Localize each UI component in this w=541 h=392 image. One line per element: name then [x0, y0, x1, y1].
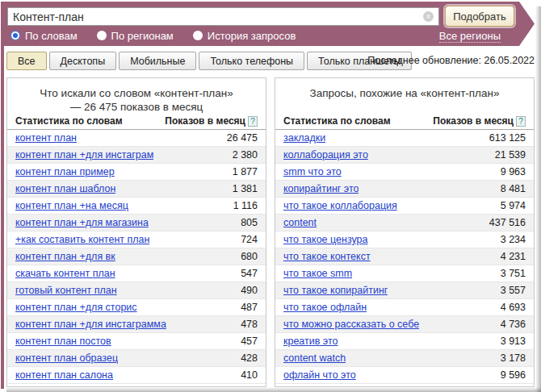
impressions-value: 1 116 — [233, 200, 258, 211]
table-row: закладки613 125 — [275, 130, 534, 147]
impressions-value: 680 — [241, 251, 258, 262]
keyword-link[interactable]: контент план салона — [15, 369, 113, 381]
search-field-wrap: × — [7, 7, 439, 26]
impressions-value: 3 913 — [501, 336, 526, 347]
table-row: контент план салона410 — [7, 367, 266, 384]
table-row: коллаборация это21 539 — [275, 147, 534, 164]
keyword-link[interactable]: офлайн что это — [283, 369, 356, 381]
last-update-text: Последнее обновление: 26.05.2022 — [367, 55, 535, 66]
tab-mobile[interactable]: Мобильные — [119, 52, 196, 70]
panel-title: Запросы, похожие на «контент-план» — [283, 78, 526, 113]
table-row: +как составить контент план724 — [7, 231, 266, 248]
radio-by-words[interactable]: По словам — [10, 30, 78, 42]
keyword-link[interactable]: коллаборация это — [283, 149, 368, 161]
keyword-link[interactable]: контент план +для инстаграм — [15, 149, 153, 161]
impressions-value: 437 516 — [489, 217, 526, 228]
impressions-value: 26 475 — [227, 132, 258, 144]
table-row: что такое офлайн4 693 — [275, 299, 534, 316]
impressions-value: 3 557 — [501, 285, 526, 296]
panel-title: Что искали со словом «контент-план» — 26… — [35, 78, 238, 113]
table-row: что такое контекст4 231 — [275, 248, 534, 265]
keyword-link[interactable]: контент план +для инстаграмма — [15, 319, 166, 330]
impressions-value: 1 381 — [233, 183, 258, 194]
keyword-rows: контент план26 475контент план +для инст… — [7, 130, 266, 384]
keyword-link[interactable]: контент план постов — [15, 336, 111, 347]
radio-by-regions[interactable]: По регионам — [97, 30, 174, 42]
impressions-value: 5 974 — [501, 200, 526, 211]
radio-label: По регионам — [111, 30, 174, 42]
keyword-link[interactable]: что такое офлайн — [283, 302, 367, 313]
help-icon[interactable]: ? — [516, 116, 526, 127]
keyword-link[interactable]: креатив это — [283, 336, 338, 347]
keyword-link[interactable]: content watch — [283, 352, 346, 364]
table-row: контент план +для вк680 — [7, 248, 266, 265]
impressions-value: 4 736 — [501, 319, 526, 330]
table-row: контент план +на месяц1 116 — [7, 198, 266, 215]
impressions-value: 2 380 — [233, 149, 258, 161]
search-input[interactable] — [8, 8, 423, 25]
table-row: копирайтинг это8 481 — [275, 181, 534, 198]
table-row: content437 516 — [275, 215, 534, 231]
keyword-link[interactable]: +как составить контент план — [15, 234, 149, 245]
table-row: smm что это9 963 — [275, 164, 534, 181]
keyword-link[interactable]: что такое контекст — [283, 251, 371, 262]
radio-label: По словам — [25, 30, 78, 42]
submit-button[interactable]: Подобрать — [445, 6, 514, 27]
keyword-link[interactable]: контент план образец — [15, 352, 118, 364]
table-row: что можно рассказать о себе4 736 — [275, 316, 534, 333]
keyword-link[interactable]: контент план +для магазина — [15, 217, 149, 228]
impressions-value: 428 — [241, 352, 258, 364]
keyword-link[interactable]: контент план +на месяц — [15, 200, 128, 211]
keyword-link[interactable]: что такое коллаборация — [283, 200, 397, 211]
table-row: контент план пример1 877 — [7, 164, 266, 181]
impressions-value: 3 178 — [501, 352, 526, 364]
keyword-link[interactable]: smm что это — [283, 166, 342, 177]
table-row: контент план26 475 — [7, 130, 266, 147]
keyword-link[interactable]: что можно рассказать о себе — [283, 319, 419, 330]
clear-icon[interactable]: × — [423, 11, 434, 22]
radio-unselected-icon — [193, 31, 203, 40]
keyword-link[interactable]: закладки — [283, 132, 325, 144]
table-row: контент план +для инстаграмма478 — [7, 316, 266, 333]
keyword-link[interactable]: контент план пример — [15, 166, 115, 177]
table-header-row: Статистика по словам Показов в месяц ? — [275, 113, 534, 130]
table-row: что такое копирайтинг3 557 — [275, 282, 534, 299]
table-row: контент план +для магазина805 — [7, 215, 266, 231]
help-icon[interactable]: ? — [248, 116, 258, 127]
keyword-link[interactable]: копирайтинг это — [283, 183, 359, 194]
impressions-value: 4 693 — [501, 302, 526, 313]
keyword-link[interactable]: контент план +для вк — [15, 251, 115, 262]
tab-phones-only[interactable]: Только телефоны — [199, 52, 304, 70]
column-header-keywords: Статистика по словам — [283, 115, 391, 127]
tab-desktops[interactable]: Десктопы — [49, 52, 117, 70]
impressions-value: 9 596 — [501, 369, 526, 381]
keyword-link[interactable]: что такое smm — [283, 268, 352, 279]
table-row: контент план +для инстаграм2 380 — [7, 147, 266, 164]
impressions-value: 21 539 — [495, 149, 526, 161]
impressions-value: 478 — [241, 319, 258, 330]
page-left-border — [1, 2, 4, 389]
radio-query-history[interactable]: История запросов — [193, 30, 296, 42]
tab-all[interactable]: Все — [6, 52, 47, 70]
edge-shadow-right — [535, 6, 541, 392]
impressions-value: 410 — [241, 369, 258, 381]
all-regions-link[interactable]: Все регионы — [439, 30, 501, 43]
keyword-link[interactable]: что такое копирайтинг — [283, 285, 388, 296]
similar-queries-panel: Запросы, похожие на «контент-план» Стати… — [275, 77, 535, 387]
impressions-value: 3 234 — [501, 234, 526, 245]
keyword-link[interactable]: контент план — [15, 132, 77, 144]
keyword-link[interactable]: контент план шаблон — [15, 183, 115, 194]
keyword-link[interactable]: контент план +для сторис — [15, 302, 137, 313]
keyword-link[interactable]: готовый контент план — [15, 285, 117, 296]
impressions-value: 3 751 — [501, 268, 526, 279]
keyword-link[interactable]: что такое цензура — [283, 234, 368, 245]
radio-label: История запросов — [208, 30, 296, 42]
impressions-value: 547 — [241, 268, 258, 279]
impressions-value: 8 481 — [501, 183, 526, 194]
keyword-link[interactable]: скачать контент план — [15, 268, 115, 279]
table-row: что такое коллаборация5 974 — [275, 198, 534, 215]
table-row: контент план шаблон1 381 — [7, 181, 266, 198]
impressions-value: 487 — [241, 302, 258, 313]
table-row: скачать контент план547 — [7, 265, 266, 282]
keyword-link[interactable]: content — [283, 217, 317, 228]
